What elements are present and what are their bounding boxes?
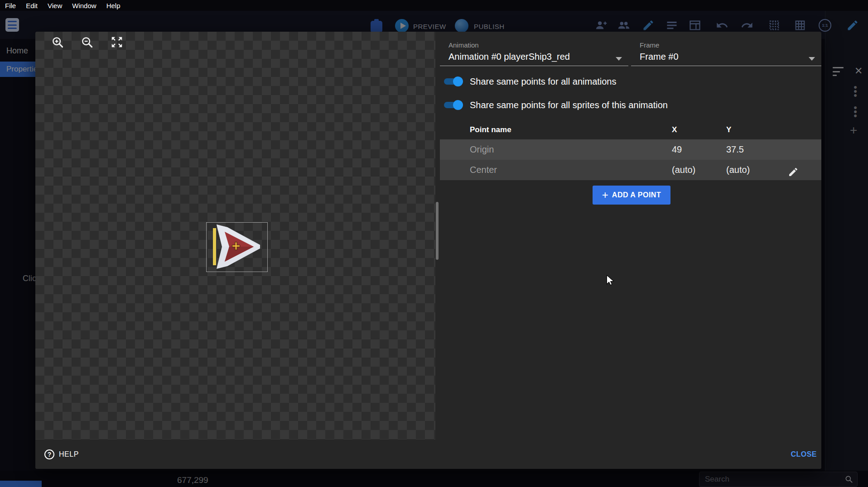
x-header: X [672, 120, 677, 139]
share-points-animations-label: Share same points for all animations [470, 74, 617, 89]
share-points-animations-row: Share same points for all animations [440, 74, 821, 89]
y-header: Y [726, 120, 731, 139]
menu-file[interactable]: File [0, 2, 21, 10]
player-ship-sprite [207, 223, 267, 272]
share-points-animations-toggle[interactable] [443, 76, 463, 86]
animation-dropdown[interactable]: Animation Animation #0 playerShip3_red [440, 37, 628, 66]
add-point-label: ADD A POINT [612, 191, 661, 199]
chevron-down-icon [809, 57, 815, 61]
frame-dropdown[interactable]: Frame Frame #0 [631, 37, 821, 66]
share-points-sprites-label: Share same points for all sprites of thi… [470, 98, 668, 112]
zoom-out-icon[interactable] [80, 35, 94, 49]
dialog-footer: ? HELP CLOSE [35, 439, 821, 469]
points-panel: Animation Animation #0 playerShip3_red F… [440, 32, 821, 439]
point-row-origin[interactable]: Origin 49 37.5 [440, 139, 821, 160]
point-name: Center [470, 160, 497, 180]
point-x-value[interactable]: (auto) [672, 160, 695, 180]
menu-view[interactable]: View [43, 2, 67, 10]
menu-edit[interactable]: Edit [21, 2, 43, 10]
frame-dropdown-value: Frame #0 [640, 52, 679, 62]
frame-dropdown-label: Frame [640, 41, 659, 49]
points-table-header: Point name X Y [440, 120, 821, 139]
sprite-preview-canvas[interactable] [35, 32, 435, 439]
menu-window[interactable]: Window [67, 2, 101, 10]
share-points-sprites-row: Share same points for all sprites of thi… [440, 98, 821, 112]
help-icon: ? [44, 449, 54, 459]
point-y-value[interactable]: 37.5 [726, 139, 744, 160]
help-label: HELP [59, 450, 79, 458]
menubar: File Edit View Window Help [0, 0, 868, 11]
animation-dropdown-value: Animation #0 playerShip3_red [448, 52, 570, 62]
point-y-value[interactable]: (auto) [726, 160, 750, 180]
plus-icon: + [602, 190, 608, 201]
add-point-button[interactable]: + ADD A POINT [593, 186, 670, 205]
animation-dropdown-label: Animation [448, 41, 479, 49]
edit-point-icon[interactable] [788, 164, 799, 175]
zoom-in-icon[interactable] [51, 35, 64, 49]
point-row-center[interactable]: Center (auto) (auto) [440, 160, 821, 180]
points-table: Point name X Y Origin 49 37.5 Center (au… [440, 120, 821, 180]
edit-points-dialog: Animation Animation #0 playerShip3_red F… [35, 32, 821, 469]
point-name-header: Point name [470, 120, 511, 139]
sprite-preview[interactable] [206, 222, 268, 272]
chevron-down-icon [616, 57, 622, 61]
menu-help[interactable]: Help [101, 2, 125, 10]
canvas-scrollbar[interactable] [436, 202, 439, 260]
close-button[interactable]: CLOSE [791, 450, 817, 458]
share-points-sprites-toggle[interactable] [443, 100, 463, 110]
help-button[interactable]: ? HELP [44, 449, 79, 459]
point-name: Origin [470, 139, 494, 160]
point-x-value[interactable]: 49 [672, 139, 682, 160]
fit-view-icon[interactable] [110, 35, 124, 49]
